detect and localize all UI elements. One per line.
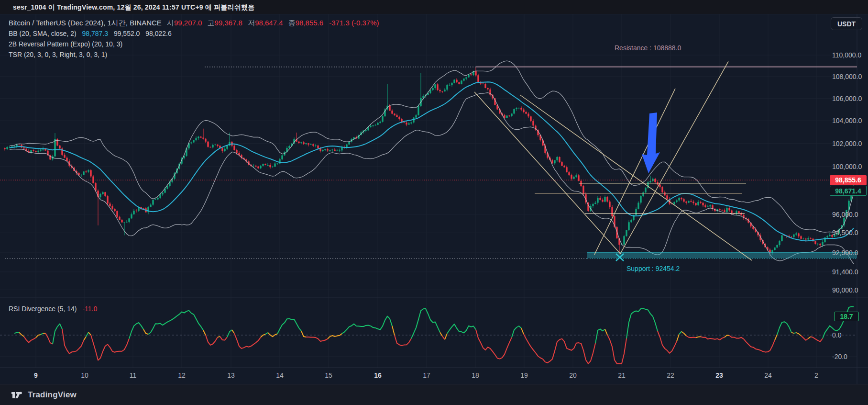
time-tick-label: 10 (81, 371, 88, 379)
rsi-legend-row[interactable]: RSI Divergence (5, 14) -11.0 (9, 305, 97, 313)
gridlines (0, 14, 868, 384)
price-tick-label: 96,000.0 (832, 211, 858, 218)
change-value: -371.3 (-0.37%) (329, 19, 379, 27)
trend-line-ascending-steep (594, 89, 675, 255)
price-tick-label: 108,000.0 (832, 73, 862, 80)
open-value: 99,207.0 (174, 19, 202, 27)
bb-upper-value: 99,552.0 (114, 30, 140, 37)
trend-line-wedge-upper (474, 92, 620, 254)
time-tick-label: 20 (569, 371, 577, 379)
legend-bb-row[interactable]: BB (20, SMA, close, 2) 98,787.3 99,552.0… (9, 28, 379, 39)
resistance-label: Resistance : 108888.0 (615, 44, 681, 52)
time-tick-label: 13 (227, 371, 235, 379)
rsi-value-badge: 18.7 (834, 312, 859, 321)
currency-toggle-button[interactable]: USDT (831, 17, 862, 30)
bb-basis-value: 98,787.3 (82, 30, 109, 37)
price-tick-label: 102,000.0 (832, 140, 862, 147)
low-label: 저 (248, 19, 255, 27)
footer-brand[interactable]: TradingView (28, 390, 77, 400)
price-tick-label: 100,000.0 (832, 163, 862, 170)
rsi-tick-label: -20.0 (832, 353, 847, 360)
price-tick-label: 106,000.0 (832, 95, 862, 102)
footer: TradingView (0, 384, 868, 405)
time-tick-label: 17 (423, 371, 430, 379)
time-tick-label: 12 (178, 371, 186, 379)
time-tick-label: 11 (130, 371, 137, 379)
legend-2b-row[interactable]: 2B Reversal Pattern (Expo) (20, 10, 3) (9, 39, 379, 49)
bb-name: BB (20, SMA, close, 2) (9, 30, 77, 37)
time-tick-label: 21 (618, 371, 626, 379)
price-tick-label: 104,000.0 (832, 117, 862, 124)
price-tick-label: 94,500.0 (832, 229, 858, 236)
time-tick-label: 22 (667, 371, 674, 379)
time-tick-label: 9 (34, 371, 38, 379)
time-tick-label: 16 (374, 371, 382, 379)
time-tick-label: 14 (276, 371, 284, 379)
chart-legend: Bitcoin / TetherUS (Dec 2024), 1시간, BINA… (9, 18, 379, 60)
bb-lower-value: 98,022.6 (145, 30, 172, 37)
support-zone (587, 252, 857, 259)
tradingview-logo-icon[interactable] (11, 390, 23, 400)
last-price-badge: 98,855.6 (830, 175, 867, 185)
high-value: 99,367.8 (215, 19, 242, 27)
time-tick-label: 24 (764, 371, 772, 379)
tradingview-published-chart: sesr_1004 이 TradingView.com, 12월 26, 202… (0, 0, 868, 405)
trend-lines[interactable] (474, 61, 752, 260)
price-tick-label: 91,400.0 (832, 268, 858, 276)
levels (0, 66, 857, 258)
price-chart-canvas[interactable] (0, 0, 868, 405)
price-tick-label: 90,000.0 (832, 286, 858, 294)
open-label: 시 (167, 19, 174, 27)
symbol-title: Bitcoin / TetherUS (Dec 2024), 1시간, BINA… (9, 19, 162, 27)
bollinger-bands (10, 61, 854, 264)
tsr-name: TSR (20, 3, 0, 3, Right, 3, 0, 3, 1) (9, 51, 107, 58)
legend-symbol-row[interactable]: Bitcoin / TetherUS (Dec 2024), 1시간, BINA… (9, 18, 379, 28)
time-tick-label: 19 (520, 371, 528, 379)
support-label: Support : 92454.2 (626, 265, 680, 272)
high-label: 고 (208, 19, 215, 27)
legend-tsr-row[interactable]: TSR (20, 3, 0, 3, Right, 3, 0, 3, 1) (9, 49, 379, 60)
close-value: 98,855.6 (296, 19, 323, 27)
time-tick-label: 23 (715, 371, 723, 379)
price-tick-label: 110,000.0 (832, 51, 861, 59)
low-value: 98,647.4 (255, 19, 283, 27)
rsi-name: RSI Divergence (5, 14) (9, 305, 77, 313)
time-tick-label: 18 (472, 371, 479, 379)
rsi-tick-label: 0.0 (832, 331, 841, 339)
close-label: 종 (288, 19, 296, 27)
indicator-price-badge: 98,671.4 (830, 186, 867, 196)
price-tick-label: 92,900.0 (832, 249, 858, 257)
blue-down-arrow[interactable] (642, 112, 660, 173)
trend-line-wedge-lower (520, 95, 752, 260)
candlesticks (4, 68, 854, 257)
time-tick-label: 2 (814, 371, 818, 379)
rsi-value: -11.0 (82, 305, 97, 313)
time-tick-label: 15 (325, 371, 332, 379)
2b-name: 2B Reversal Pattern (Expo) (20, 10, 3) (9, 40, 122, 48)
